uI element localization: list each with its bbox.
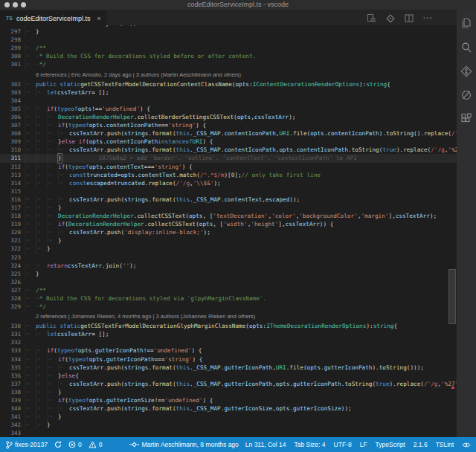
warnings-count: 0 (99, 441, 103, 448)
tab-whitespace-arrow: → (36, 372, 47, 380)
source-control-icon[interactable] (460, 65, 473, 78)
close-window-button[interactable] (4, 2, 10, 7)
line-number: 331 (0, 330, 25, 338)
git-branch-item[interactable]: fixes-20137 (6, 441, 48, 449)
activity-bar (457, 10, 476, 437)
code-line-324[interactable]: 324→→return cssTextArr.join(''); (0, 262, 457, 270)
code-line-302[interactable]: 302→public static getCSSTextForModelDeco… (0, 80, 457, 88)
code-line-316[interactable]: 316→→→→cssTextArr.push(strings.format(th… (0, 196, 457, 204)
blame-item[interactable]: Martin Aeschlimann, 8 months ago (129, 441, 238, 448)
code-line-334[interactable]: 334→→→if (typeof opts.gutterIconPath ===… (0, 355, 457, 364)
editor[interactable]: 296→→return cssTextArr.join('');297→}298… (0, 25, 457, 437)
tab-whitespace-arrow: → (47, 388, 58, 396)
code-line-330[interactable]: 330→public static getCSSTextForModelDeco… (0, 322, 457, 330)
code-line-326[interactable]: 326 (0, 278, 457, 286)
tab-whitespace-arrow: → (25, 303, 36, 311)
tab-whitespace-arrow: → (36, 88, 47, 97)
explorer-icon[interactable] (460, 17, 473, 30)
code-line-304[interactable]: 304 (0, 97, 457, 105)
code-line-340[interactable]: 340→→→→cssTextArr.push(strings.format(th… (0, 404, 457, 413)
code-line-341[interactable]: 341→→→} (0, 413, 457, 421)
code-line-335[interactable]: 335→→→→cssTextArr.push(strings.format(th… (0, 364, 457, 372)
tab-whitespace-arrow: → (36, 388, 47, 396)
code-line-333[interactable]: 333→→if (typeof opts.gutterIconPath !== … (0, 346, 457, 355)
scrollbar-thumb[interactable] (448, 269, 456, 324)
eol-item[interactable]: LF (360, 441, 367, 448)
code-line-305[interactable]: 305→→if (typeof opts !== 'undefined') { (0, 105, 457, 113)
code-line-300[interactable]: 300→·* Build the CSS for decorations sty… (0, 52, 457, 60)
encoding-item[interactable]: UTF-8 (334, 441, 352, 448)
overview-ruler-marker (451, 387, 454, 389)
codelens[interactable]: 2 references | Johannes Rieken, 4 months… (0, 311, 457, 322)
code-line-299[interactable]: 299→/** (0, 44, 457, 52)
git-branch-label: fixes-20137 (15, 441, 48, 448)
code-line-339[interactable]: 339→→→if (typeof opts.gutterIconSize !==… (0, 396, 457, 404)
code-line-323[interactable]: 323 (0, 254, 457, 262)
extensions-icon[interactable] (460, 112, 473, 126)
tslint-item[interactable]: TSLint (436, 441, 454, 448)
code-line-343[interactable]: 343 (0, 429, 457, 437)
status-bar: fixes-20137 0 0 Martin Aeschlimann, 8 mo… (0, 437, 476, 452)
line-col-item[interactable]: Ln 311, Col 14 (245, 441, 286, 448)
code-line-329[interactable]: 329→·*/ (0, 303, 457, 311)
minimize-window-button[interactable] (13, 2, 18, 7)
code-line-310[interactable]: 310→→→→cssTextArr.push(strings.format(th… (0, 146, 457, 154)
tab-whitespace-arrow: → (47, 220, 58, 228)
code-line-303[interactable]: 303→→let cssTextArr = []; (0, 88, 457, 97)
tab-whitespace-arrow: → (25, 52, 36, 60)
tab-whitespace-arrow: → (25, 355, 36, 364)
open-preview-icon[interactable] (367, 13, 376, 23)
code-line-317[interactable]: 317→→→} (0, 204, 457, 212)
code-line-338[interactable]: 338→→→} (0, 388, 457, 396)
tab-whitespace-arrow: → (36, 413, 47, 421)
close-tab-icon[interactable]: × (97, 15, 101, 22)
code-line-325[interactable]: 325→} (0, 270, 457, 278)
line-number: 337 (0, 380, 25, 388)
errors-item[interactable]: 0 (68, 441, 82, 448)
code-line-309[interactable]: 309→→→} else if (opts.contentIconPath in… (0, 138, 457, 146)
code-line-321[interactable]: 321→→→} (0, 236, 457, 245)
language-item[interactable]: TypeScript (376, 441, 405, 448)
code-line-307[interactable]: 307→→→if (typeof opts.contentIconPath ==… (0, 121, 457, 129)
zoom-window-button[interactable] (21, 2, 26, 7)
code-line-311[interactable]: 311→→→}5875b0a2 • add 'border', 'outline… (0, 154, 457, 162)
open-changes-icon[interactable] (386, 14, 395, 23)
code-line-313[interactable]: 313→→→→const truncated = opts.contentTex… (0, 171, 457, 179)
debug-icon[interactable] (460, 88, 473, 102)
code-line-322[interactable]: 322→→} (0, 245, 457, 253)
code-line-328[interactable]: 328→·* Build the CSS for decorations sty… (0, 294, 457, 303)
split-editor-icon[interactable] (405, 14, 414, 22)
tab-size-item[interactable]: Tab Size: 4 (295, 441, 326, 448)
code-line-315[interactable]: 315 (0, 187, 457, 196)
code-line-298[interactable]: 298 (0, 36, 457, 44)
tab-whitespace-arrow: → (36, 129, 47, 138)
code-line-337[interactable]: 337→→→→cssTextArr.push(strings.format(th… (0, 380, 457, 388)
warnings-item[interactable]: 0 (89, 441, 103, 448)
more-actions-icon[interactable]: ··· (423, 15, 433, 22)
code-line-332[interactable]: 332 (0, 338, 457, 346)
tab-whitespace-arrow: → (36, 228, 47, 236)
code-line-306[interactable]: 306→→→DecorationRenderHelper.collectBord… (0, 113, 457, 121)
code-line-327[interactable]: 327→/** (0, 286, 457, 294)
eye-icon[interactable] (462, 442, 471, 448)
tab-whitespace-arrow: → (58, 404, 69, 413)
tab-whitespace-arrow: → (36, 146, 47, 154)
typescript-version-item[interactable]: 2.1.6 (414, 441, 428, 448)
git-sync-button[interactable] (54, 441, 62, 448)
code-line-320[interactable]: 320→→→→cssTextArr.push('display:inline-b… (0, 228, 457, 236)
code-line-308[interactable]: 308→→→→cssTextArr.push(strings.format(th… (0, 129, 457, 138)
code-line-342[interactable]: 342→→} (0, 421, 457, 429)
code-line-297[interactable]: 297→} (0, 28, 457, 36)
code-line-331[interactable]: 331→→let cssTextArr = []; (0, 330, 457, 338)
code-line-314[interactable]: 314→→→→const escaped = truncated.replace… (0, 179, 457, 187)
code-line-319[interactable]: 319→→→if (DecorationRenderHelper.collect… (0, 220, 457, 228)
search-icon[interactable] (460, 41, 473, 54)
code-line-312[interactable]: 312→→→if (typeof opts.contentText === 's… (0, 163, 457, 171)
tab-whitespace-arrow: → (25, 245, 36, 253)
code-line-318[interactable]: 318→→→DecorationRenderHelper.collectCSST… (0, 212, 457, 220)
codelens[interactable]: 8 references | Eric Amodio, 2 days ago |… (0, 69, 457, 80)
tab-codeEditorServiceImpl[interactable]: TS codeEditorServiceImpl.ts × (0, 10, 107, 26)
code-line-301[interactable]: 301→·*/ (0, 60, 457, 68)
code-line-336[interactable]: 336→→→} else { (0, 372, 457, 380)
tab-whitespace-arrow: → (25, 364, 36, 372)
